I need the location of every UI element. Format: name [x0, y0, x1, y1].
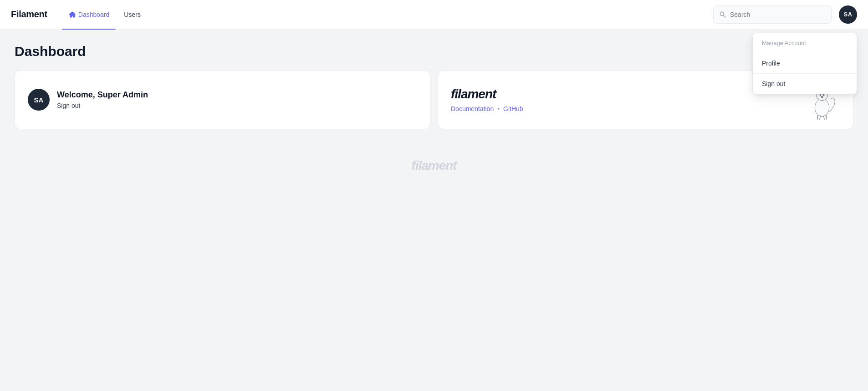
svg-point-0 — [815, 99, 829, 117]
filament-logo-text: filament — [451, 87, 523, 102]
filament-links: Documentation • GitHub — [451, 105, 523, 112]
svg-point-4 — [820, 94, 821, 96]
svg-point-5 — [823, 94, 824, 96]
welcome-sign-out-link[interactable]: Sign out — [57, 102, 80, 109]
top-navigation: Filament Dashboard Users SA — [0, 0, 868, 29]
welcome-card-avatar: SA — [28, 89, 50, 111]
search-icon — [719, 11, 726, 18]
main-content: Dashboard SA Welcome, Super Admin Sign o… — [0, 29, 868, 191]
home-icon — [68, 11, 76, 18]
welcome-avatar-initials: SA — [34, 96, 44, 104]
welcome-heading: Welcome, Super Admin — [57, 90, 148, 100]
nav-item-users[interactable]: Users — [117, 7, 147, 22]
avatar-initials: SA — [843, 11, 852, 18]
svg-point-6 — [821, 96, 823, 98]
svg-line-9 — [824, 116, 825, 120]
dropdown-item-profile[interactable]: Profile — [753, 53, 857, 74]
svg-line-10 — [826, 115, 827, 120]
nav-users-label: Users — [124, 11, 141, 18]
dropdown-item-manage-account: Manage Account — [753, 33, 857, 53]
link-separator: • — [497, 105, 500, 112]
search-input[interactable] — [730, 11, 826, 18]
nav-links: Dashboard Users — [62, 7, 713, 22]
welcome-card-text: Welcome, Super Admin Sign out — [57, 90, 148, 110]
user-dropdown-menu: Manage Account Profile Sign out — [752, 33, 857, 94]
page-title: Dashboard — [15, 44, 853, 59]
user-avatar-button[interactable]: SA — [839, 5, 857, 24]
github-link[interactable]: GitHub — [503, 105, 523, 112]
documentation-link[interactable]: Documentation — [451, 105, 494, 112]
search-bar — [713, 5, 832, 24]
filament-card-content: filament Documentation • GitHub — [451, 87, 523, 112]
nav-dashboard-label: Dashboard — [78, 11, 110, 18]
brand-logo: Filament — [11, 9, 47, 20]
welcome-card: SA Welcome, Super Admin Sign out — [15, 70, 430, 129]
cards-row: SA Welcome, Super Admin Sign out filamen… — [15, 70, 853, 129]
dropdown-item-sign-out[interactable]: Sign out — [753, 74, 857, 94]
filament-watermark: filament — [15, 140, 853, 191]
nav-item-dashboard[interactable]: Dashboard — [62, 7, 116, 22]
svg-line-8 — [820, 116, 821, 120]
svg-line-7 — [817, 115, 818, 120]
